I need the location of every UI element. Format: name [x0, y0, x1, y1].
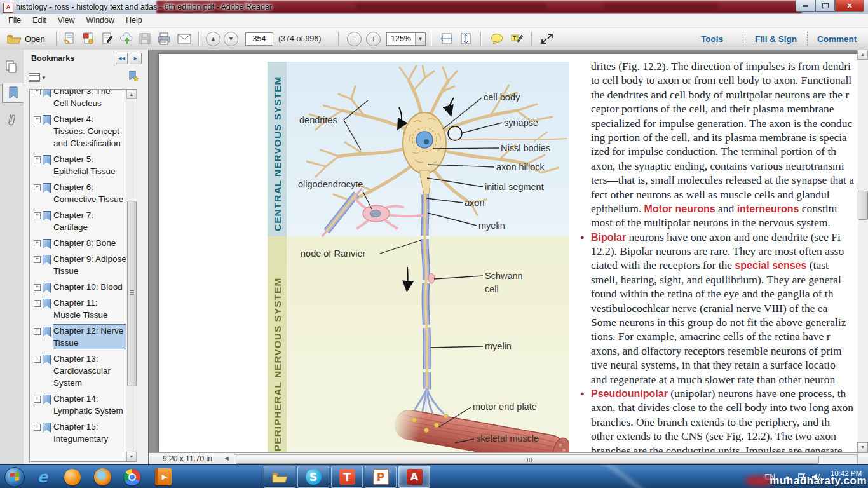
expand-icon[interactable]: +: [34, 156, 41, 163]
bookmark-item[interactable]: +Chapter 15: Integumentary: [34, 421, 126, 445]
fit-page-button[interactable]: [459, 30, 473, 47]
internet-explorer-button[interactable]: e: [32, 467, 53, 487]
expand-icon[interactable]: +: [34, 396, 41, 403]
expand-icon[interactable]: +: [34, 116, 41, 123]
open-button[interactable]: Open: [6, 30, 45, 47]
bookmark-item-label[interactable]: Chapter 5: Epithelial Tissue: [53, 153, 126, 177]
bookmark-item[interactable]: +Chapter 14: Lymphatic System: [34, 393, 126, 417]
bookmark-item[interactable]: +Chapter 11: Muscle Tissue: [34, 297, 126, 321]
bookmark-item[interactable]: +Chapter 6: Connective Tissue: [34, 181, 126, 205]
minimize-button[interactable]: [796, 0, 815, 12]
adobe-reader-button[interactable]: A: [398, 466, 430, 488]
scroll-up-icon[interactable]: ▲: [857, 50, 868, 60]
email-button[interactable]: [177, 30, 192, 47]
fullscreen-button[interactable]: [540, 30, 554, 47]
vertical-scroll-thumb[interactable]: [858, 191, 868, 220]
bookmark-item[interactable]: +Chapter 3: The Cell Nucleus: [34, 89, 126, 109]
expand-icon[interactable]: +: [34, 212, 41, 219]
bookmark-item-label[interactable]: Chapter 11: Muscle Tissue: [53, 297, 126, 321]
close-button[interactable]: ✕: [835, 0, 864, 12]
page-thumbnails-button[interactable]: [2, 57, 21, 76]
print-button[interactable]: [156, 30, 172, 47]
menu-help[interactable]: Help: [120, 14, 148, 27]
expand-panel-icon[interactable]: ▶: [130, 53, 142, 64]
menu-window[interactable]: Window: [81, 14, 120, 27]
menu-view[interactable]: View: [52, 14, 81, 27]
bookmark-item[interactable]: +Chapter 13: Cardiovascular System: [34, 353, 126, 389]
bookmark-item[interactable]: +Chapter 9: Adipose Tissue: [34, 253, 126, 277]
cloud-upload-button[interactable]: [119, 30, 135, 47]
expand-icon[interactable]: +: [34, 184, 41, 191]
scroll-down-icon[interactable]: ▼: [857, 442, 868, 452]
skype-button[interactable]: S: [297, 466, 329, 488]
expand-icon[interactable]: +: [34, 356, 41, 363]
bookmark-item-label[interactable]: Chapter 10: Blood: [53, 281, 126, 293]
bookmark-item[interactable]: +Chapter 8: Bone: [34, 237, 126, 249]
bookmark-item-label[interactable]: Chapter 14: Lymphatic System: [53, 393, 126, 417]
comment-bubble-button[interactable]: [489, 30, 505, 47]
media-player-button[interactable]: ▶: [153, 467, 174, 487]
expand-icon[interactable]: +: [34, 240, 41, 247]
zoom-dropdown-arrow[interactable]: ▼: [415, 33, 425, 45]
horizontal-scroll-thumb[interactable]: [236, 456, 819, 464]
menu-edit[interactable]: Edit: [27, 14, 52, 27]
bookmark-item[interactable]: +Chapter 4: Tissues: Concept and Classif…: [34, 113, 126, 149]
gom-player-button[interactable]: [62, 467, 83, 487]
send-file-button[interactable]: [62, 30, 76, 47]
fill-sign-button[interactable]: Fill & Sign: [755, 30, 797, 47]
collapse-panel-icon[interactable]: ◀◀: [116, 53, 128, 64]
options-dropdown-arrow[interactable]: ▼: [41, 75, 46, 81]
bookmark-item-label[interactable]: Chapter 6: Connective Tissue: [53, 181, 126, 205]
previous-page-button[interactable]: ▲: [206, 30, 220, 47]
expand-icon[interactable]: +: [34, 89, 41, 95]
bookmark-item[interactable]: +Chapter 5: Epithelial Tissue: [34, 153, 126, 177]
tools-button[interactable]: Tools: [701, 30, 723, 47]
save-button[interactable]: [139, 30, 151, 47]
page-number-input[interactable]: 354: [245, 32, 273, 46]
start-button[interactable]: [4, 467, 25, 487]
bookmark-item-label[interactable]: Chapter 7: Cartilage: [53, 209, 126, 233]
bookmarks-panel-button[interactable]: [2, 83, 24, 103]
bookmark-item-label[interactable]: Chapter 4: Tissues: Concept and Classifi…: [53, 113, 126, 149]
create-pdf-button[interactable]: [81, 30, 95, 47]
zoom-level-input[interactable]: 125%: [387, 34, 415, 43]
bookmark-options-icon[interactable]: [29, 73, 40, 82]
vertical-scrollbar[interactable]: ▲ ▼: [857, 50, 868, 452]
bookmark-item-label[interactable]: Chapter 9: Adipose Tissue: [53, 253, 126, 277]
restore-button[interactable]: [815, 0, 835, 12]
highlight-text-button[interactable]: T: [510, 30, 525, 47]
fit-width-button[interactable]: [440, 30, 454, 47]
powerpoint-button[interactable]: P: [365, 466, 397, 488]
expand-icon[interactable]: +: [34, 424, 41, 431]
title-bar[interactable]: A histology - ross - histology text and …: [0, 0, 868, 15]
next-page-button[interactable]: ▼: [224, 30, 238, 47]
tango-button[interactable]: T: [331, 466, 363, 488]
bookmark-item-label[interactable]: Chapter 12: Nerve Tissue: [53, 325, 126, 349]
expand-icon[interactable]: +: [34, 256, 41, 263]
horizontal-scrollbar[interactable]: [234, 454, 858, 465]
zoom-out-button[interactable]: −: [347, 30, 362, 47]
bookmarks-scroll-thumb[interactable]: [127, 201, 137, 386]
zoom-in-button[interactable]: +: [366, 30, 381, 47]
scroll-down-icon[interactable]: ▼: [126, 452, 137, 461]
bookmark-item[interactable]: +Chapter 7: Cartilage: [34, 209, 126, 233]
bookmark-item[interactable]: +Chapter 10: Blood: [34, 281, 126, 293]
bookmark-item-label[interactable]: Chapter 8: Bone: [53, 237, 126, 249]
sign-document-button[interactable]: [100, 30, 114, 47]
bookmarks-scrollbar[interactable]: ▲ ▼: [126, 90, 137, 461]
menu-file[interactable]: File: [3, 14, 27, 27]
windows-explorer-button[interactable]: [264, 466, 295, 488]
firefox-button[interactable]: [92, 467, 113, 487]
expand-icon[interactable]: +: [34, 284, 41, 291]
expand-icon[interactable]: +: [34, 300, 41, 307]
new-bookmark-button[interactable]: [128, 71, 139, 85]
bookmark-item-label[interactable]: Chapter 3: The Cell Nucleus: [53, 89, 126, 109]
scroll-up-icon[interactable]: ▲: [126, 90, 137, 99]
attachments-button[interactable]: [2, 111, 21, 130]
bookmark-item-label[interactable]: Chapter 13: Cardiovascular System: [53, 353, 126, 389]
comment-panel-button[interactable]: Comment: [817, 30, 857, 47]
bookmark-item-label[interactable]: Chapter 15: Integumentary: [53, 421, 126, 445]
chrome-button[interactable]: [121, 467, 143, 487]
scroll-left-icon[interactable]: ◀: [222, 454, 231, 463]
bookmark-item[interactable]: +Chapter 12: Nerve Tissue: [34, 325, 126, 349]
